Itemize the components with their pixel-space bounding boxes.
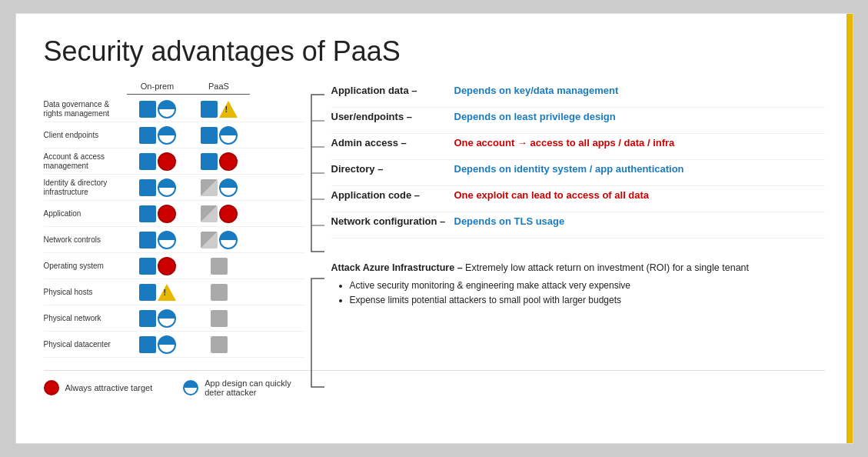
row-label: Data governance & rights management	[44, 100, 127, 118]
slide-title: Security advantages of PaaS	[44, 35, 825, 68]
right-value: Depends on key/data management	[454, 85, 619, 96]
right-row-app-code: Application code – One exploit can lead …	[331, 186, 825, 212]
right-label: Directory –	[331, 163, 454, 175]
right-row-directory: Directory – Depends on identity system /…	[331, 160, 825, 186]
legend-red-circle-icon	[44, 380, 59, 395]
row-label: Physical hosts	[44, 288, 127, 297]
gray-diag-icon	[201, 179, 218, 196]
warning-icon	[219, 101, 238, 118]
right-label: Admin access –	[331, 137, 454, 148]
right-row-network-config: Network configuration – Depends on TLS u…	[331, 212, 825, 239]
right-label: Network configuration –	[331, 215, 454, 227]
blue-square-icon	[201, 101, 218, 118]
blue-half-icon	[219, 126, 238, 145]
table-row: Identity & directory infrastructure	[44, 175, 305, 201]
blue-half-icon	[158, 335, 176, 354]
gray-square-icon	[211, 284, 228, 301]
table-row: Network controls	[44, 227, 305, 253]
bracket-svg	[305, 82, 328, 412]
legend-blue-half-icon	[183, 380, 198, 395]
bullet-item: Active security monitoring & engineering…	[350, 279, 825, 293]
gray-diag-icon	[201, 205, 218, 222]
legend-item-red: Always attractive target	[44, 380, 153, 395]
attack-bullet-list: Active security monitoring & engineering…	[331, 279, 825, 308]
blue-square-icon	[139, 205, 156, 222]
blue-half-icon	[158, 309, 176, 328]
right-value: One exploit can lead to access of all da…	[454, 189, 650, 201]
gray-square-icon	[211, 258, 228, 275]
blue-square-icon	[139, 284, 156, 301]
blue-square-icon	[139, 232, 156, 249]
table-row: Physical datacenter	[44, 332, 305, 358]
blue-half-icon	[219, 178, 238, 197]
right-label: Application data –	[331, 85, 454, 96]
blue-square-icon	[139, 310, 156, 327]
blue-square-icon	[139, 179, 156, 196]
legend: Always attractive target App design can …	[44, 370, 825, 397]
yellow-accent-bar	[846, 14, 853, 443]
legend-blue-label: App design can quickly deter attacker	[205, 379, 291, 397]
right-content: Application data – Depends on key/data m…	[328, 82, 825, 358]
row-label: Operating system	[44, 262, 127, 271]
right-row-admin-access: Admin access – One account → access to a…	[331, 134, 825, 160]
gray-square-icon	[211, 336, 228, 353]
right-label: Application code –	[331, 189, 454, 201]
red-circle-icon	[158, 205, 176, 223]
content-area: On-prem PaaS Data governance & rights ma…	[44, 82, 825, 358]
row-label: Account & access management	[44, 152, 127, 171]
row-label: Application	[44, 209, 127, 218]
gray-square-icon	[211, 310, 228, 327]
legend-red-label: Always attractive target	[65, 383, 153, 392]
warning-icon	[158, 284, 176, 301]
blue-square-icon	[139, 153, 156, 170]
table-row: Account & access management	[44, 148, 305, 175]
row-label: Physical network	[44, 314, 127, 323]
table-row: Operating system	[44, 253, 305, 279]
table-row: Client endpoints	[44, 122, 305, 148]
slide: Security advantages of PaaS On-prem PaaS…	[15, 13, 853, 444]
row-label: Network controls	[44, 235, 127, 245]
legend-item-blue: App design can quickly deter attacker	[183, 379, 291, 397]
table-section: On-prem PaaS Data governance & rights ma…	[44, 82, 305, 358]
right-value: One account → access to all apps / data …	[454, 137, 675, 148]
blue-half-icon	[219, 231, 238, 249]
row-label: Identity & directory infrastructure	[44, 178, 127, 197]
blue-square-icon	[139, 127, 156, 144]
right-label: User/endpoints –	[331, 111, 454, 122]
blue-half-icon	[158, 231, 176, 249]
blue-square-icon	[201, 153, 218, 170]
right-value: Depends on least privilege design	[454, 111, 616, 122]
bullet-item: Expense limits potential attackers to sm…	[350, 293, 825, 308]
right-items-list: Application data – Depends on key/data m…	[331, 82, 825, 239]
right-row-app-data: Application data – Depends on key/data m…	[331, 82, 825, 108]
right-row-user-endpoints: User/endpoints – Depends on least privil…	[331, 108, 825, 134]
col-header-paas: PaaS	[188, 82, 250, 91]
col-header-onprem: On-prem	[127, 82, 188, 91]
blue-square-icon	[139, 101, 156, 118]
red-circle-icon	[158, 257, 176, 275]
blue-square-icon	[201, 127, 218, 144]
right-value: Depends on identity system / app authent…	[454, 163, 684, 175]
red-circle-icon	[219, 152, 238, 171]
red-circle-icon	[219, 205, 238, 223]
blue-half-icon	[158, 178, 176, 197]
blue-square-icon	[139, 258, 156, 275]
blue-half-icon	[158, 100, 176, 118]
blue-half-icon	[158, 126, 176, 145]
row-label: Client endpoints	[44, 131, 127, 140]
row-label: Physical datacenter	[44, 340, 127, 349]
blue-square-icon	[139, 336, 156, 353]
table-row: Physical hosts	[44, 279, 305, 305]
table-row: Data governance & rights management	[44, 96, 305, 122]
attack-subtitle: Extremely low attack return on investmen…	[465, 262, 749, 273]
red-circle-icon	[158, 152, 176, 171]
attack-block: Attack Azure Infrastructure – Extremely …	[331, 260, 825, 308]
table-row: Application	[44, 201, 305, 227]
attack-title: Attack Azure Infrastructure –	[331, 262, 463, 273]
table-row: Physical network	[44, 305, 305, 332]
right-value: Depends on TLS usage	[454, 215, 565, 227]
gray-diag-icon	[201, 232, 218, 249]
